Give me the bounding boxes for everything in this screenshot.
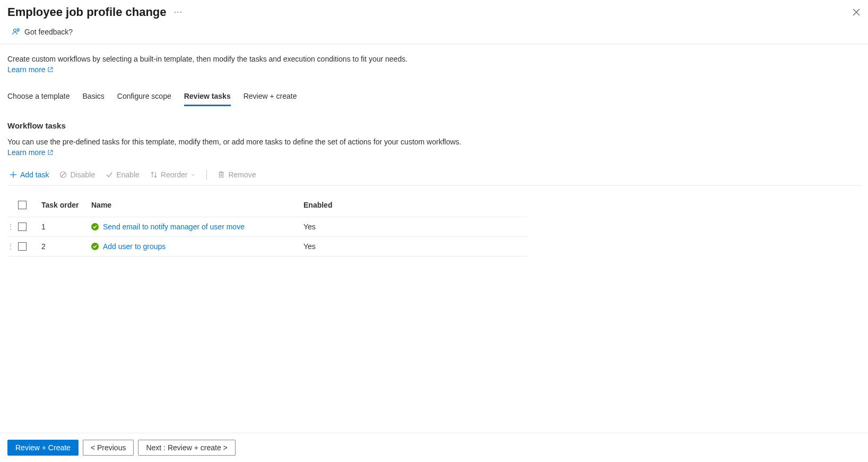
row-checkbox[interactable] bbox=[18, 223, 27, 231]
remove-label: Remove bbox=[228, 170, 256, 179]
tasks-table: Task order Name Enabled ⋮ 1 Send email t… bbox=[7, 195, 527, 256]
col-header-enabled[interactable]: Enabled bbox=[303, 201, 527, 209]
col-header-order[interactable]: Task order bbox=[41, 201, 91, 209]
reorder-button[interactable]: Reorder bbox=[148, 169, 198, 180]
table-row: ⋮ 2 Add user to groups Yes bbox=[7, 237, 527, 256]
svg-line-6 bbox=[61, 173, 65, 177]
remove-button[interactable]: Remove bbox=[215, 169, 258, 180]
tab-basics[interactable]: Basics bbox=[83, 89, 105, 106]
row-name-cell: Add user to groups bbox=[91, 242, 303, 251]
row-order: 1 bbox=[41, 223, 91, 231]
svg-point-2 bbox=[14, 29, 16, 32]
learn-more-label: Learn more bbox=[7, 65, 46, 74]
content-area: Create custom workflows by selecting a b… bbox=[0, 44, 868, 433]
close-icon[interactable] bbox=[852, 8, 861, 16]
wizard-tabs: Choose a template Basics Configure scope… bbox=[7, 89, 861, 106]
task-name-link[interactable]: Add user to groups bbox=[103, 242, 166, 251]
table-toolbar: Add task Disable Enable Reorder Remove bbox=[7, 169, 861, 186]
learn-more-link-intro[interactable]: Learn more bbox=[7, 65, 53, 74]
enable-label: Enable bbox=[116, 170, 140, 179]
page-header: Employee job profile change ··· bbox=[0, 0, 868, 19]
row-checkbox-cell bbox=[18, 242, 41, 251]
tab-review-tasks[interactable]: Review tasks bbox=[184, 89, 231, 106]
disable-button[interactable]: Disable bbox=[57, 169, 97, 180]
add-task-button[interactable]: Add task bbox=[7, 169, 51, 180]
feedback-bar[interactable]: Got feedback? bbox=[0, 19, 868, 44]
row-name-cell: Send email to notify manager of user mov… bbox=[91, 223, 303, 231]
table-header-row: Task order Name Enabled bbox=[7, 195, 527, 217]
external-link-icon bbox=[48, 150, 53, 155]
toolbar-divider bbox=[206, 170, 207, 179]
select-all-checkbox[interactable] bbox=[18, 201, 27, 209]
header-left: Employee job profile change ··· bbox=[7, 5, 183, 19]
trash-icon bbox=[218, 171, 225, 178]
plus-icon bbox=[10, 171, 17, 178]
tab-review-create[interactable]: Review + create bbox=[244, 89, 297, 106]
chevron-down-icon bbox=[190, 172, 196, 177]
review-create-button[interactable]: Review + Create bbox=[7, 440, 79, 456]
next-button[interactable]: Next : Review + create > bbox=[138, 440, 235, 456]
reorder-label: Reorder bbox=[161, 170, 188, 179]
feedback-icon bbox=[12, 28, 20, 36]
success-icon bbox=[91, 243, 99, 250]
intro-description: Create custom workflows by selecting a b… bbox=[7, 55, 861, 63]
section-description: You can use the pre-defined tasks for th… bbox=[7, 138, 861, 146]
reorder-icon bbox=[150, 171, 158, 178]
page-title: Employee job profile change bbox=[7, 5, 167, 19]
row-enabled: Yes bbox=[303, 223, 527, 231]
learn-more-label: Learn more bbox=[7, 148, 46, 157]
feedback-label: Got feedback? bbox=[24, 28, 73, 36]
select-all-cell bbox=[18, 201, 41, 209]
more-options-icon[interactable]: ··· bbox=[174, 7, 183, 17]
task-name-link[interactable]: Send email to notify manager of user mov… bbox=[103, 223, 245, 231]
footer-bar: Review + Create < Previous Next : Review… bbox=[0, 433, 868, 462]
previous-button[interactable]: < Previous bbox=[83, 440, 134, 456]
row-checkbox[interactable] bbox=[18, 242, 27, 251]
learn-more-link-section[interactable]: Learn more bbox=[7, 148, 53, 157]
drag-handle-icon[interactable]: ⋮ bbox=[7, 243, 18, 250]
check-icon bbox=[106, 171, 113, 178]
tab-configure-scope[interactable]: Configure scope bbox=[117, 89, 171, 106]
row-enabled: Yes bbox=[303, 242, 527, 251]
block-icon bbox=[59, 171, 67, 178]
success-icon bbox=[91, 223, 99, 230]
add-task-label: Add task bbox=[20, 170, 49, 179]
table-row: ⋮ 1 Send email to notify manager of user… bbox=[7, 217, 527, 237]
row-order: 2 bbox=[41, 242, 91, 251]
disable-label: Disable bbox=[70, 170, 95, 179]
row-checkbox-cell bbox=[18, 223, 41, 231]
section-title: Workflow tasks bbox=[7, 121, 861, 130]
tab-choose-template[interactable]: Choose a template bbox=[7, 89, 70, 106]
drag-handle-icon[interactable]: ⋮ bbox=[7, 223, 18, 230]
col-header-name[interactable]: Name bbox=[91, 201, 303, 209]
enable-button[interactable]: Enable bbox=[103, 169, 142, 180]
external-link-icon bbox=[48, 67, 53, 72]
